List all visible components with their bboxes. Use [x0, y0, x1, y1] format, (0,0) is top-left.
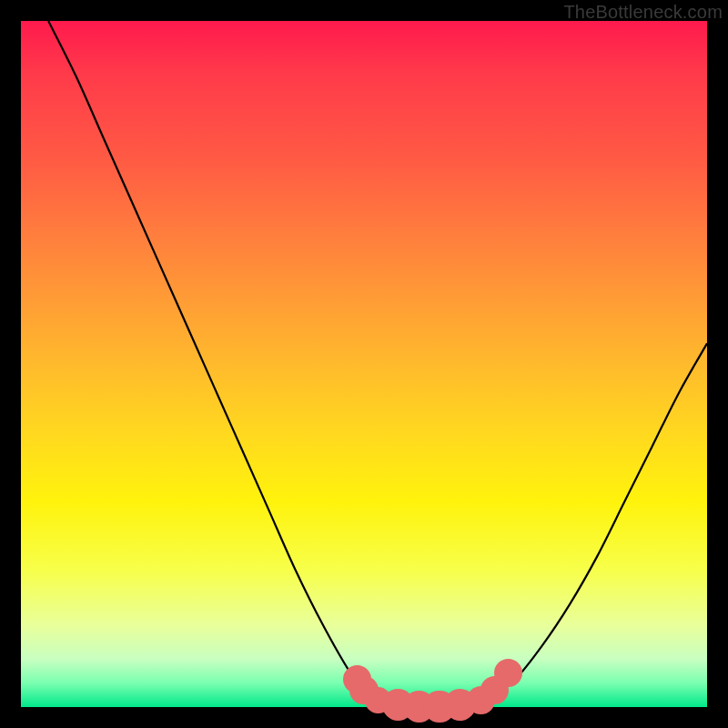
right-curve	[488, 343, 707, 700]
valley-marker	[494, 659, 522, 687]
plot-area	[21, 21, 707, 707]
curve-layer	[21, 21, 707, 707]
attribution-label: TheBottleneck.com	[563, 2, 723, 23]
left-curve	[48, 21, 370, 700]
chart-stage: TheBottleneck.com	[0, 0, 728, 728]
